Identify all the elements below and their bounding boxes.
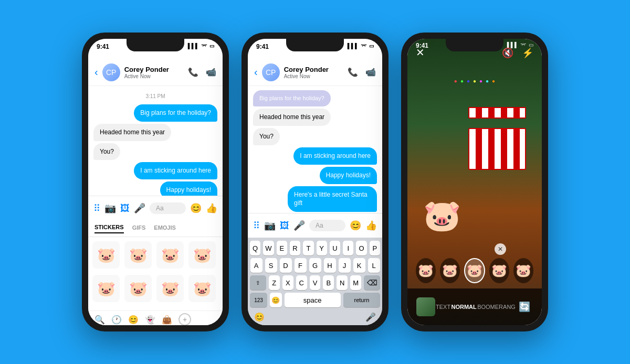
camera-compose-icon-1[interactable]: 📷 (104, 202, 116, 214)
camera-icon-2[interactable]: 📷 (264, 220, 276, 231)
key-B[interactable]: B (323, 275, 334, 290)
key-row-4: 123 😊 space return (250, 293, 380, 307)
camera-close-btn[interactable]: ✕ (416, 46, 425, 59)
sticker-grid: 🐷 🐷 🐷 🐷 🐷 🐷 🐷 🐷 (88, 237, 223, 311)
key-numbers[interactable]: 123 (250, 293, 267, 307)
mic-dictation-icon[interactable]: 🎤 (365, 312, 376, 322)
key-emoji[interactable]: 😊 (270, 293, 281, 307)
mic-icon-2[interactable]: 🎤 (293, 220, 305, 231)
key-A[interactable]: A (250, 258, 262, 273)
message-p2-6: Here's a little secret Santa gift (288, 186, 377, 212)
mute-icon[interactable]: 🔇 (502, 47, 513, 59)
sticker-1[interactable]: 🐷 (92, 241, 120, 269)
key-N[interactable]: N (337, 275, 348, 290)
ghost-icon[interactable]: 👻 (145, 315, 155, 325)
key-O[interactable]: O (356, 241, 366, 255)
camera-tab-normal[interactable]: NORMAL (452, 304, 477, 310)
camera-top-icons: 🔇 ⚡ (502, 47, 533, 59)
status-time-1: 9:41 (97, 43, 109, 50)
call-icon-2[interactable]: 📞 (348, 67, 358, 77)
tab-gifs[interactable]: GIFS (132, 224, 146, 233)
key-R[interactable]: R (290, 241, 300, 255)
back-button-1[interactable]: ‹ (94, 66, 98, 78)
key-C[interactable]: C (296, 275, 307, 290)
emoji-icon-1[interactable]: 😊 (190, 202, 202, 214)
ar-sticker-opt-3[interactable]: 🐷 (464, 258, 485, 283)
keyboard: Q W E R T Y U I O P A S D F G H J K L (248, 238, 382, 325)
compose-input-1[interactable]: Aa (150, 202, 186, 214)
key-row-2: A S D F G H J K L (250, 258, 380, 273)
key-Z[interactable]: Z (269, 275, 280, 290)
apps-icon-2[interactable]: ⠿ (253, 220, 260, 231)
key-E[interactable]: E (277, 241, 287, 255)
key-shift[interactable]: ⇧ (250, 275, 266, 290)
video-icon-1[interactable]: 📹 (206, 67, 216, 77)
recent-icon[interactable]: 🕐 (111, 315, 122, 325)
key-G[interactable]: G (309, 258, 321, 273)
sticker-8[interactable]: 🐷 (188, 275, 216, 302)
key-F[interactable]: F (295, 258, 307, 273)
tab-emojis[interactable]: EMOJIS (154, 224, 176, 233)
gallery-icon-1[interactable]: 🖼 (120, 203, 130, 214)
emoji-picker-icon[interactable]: 😊 (254, 312, 265, 322)
sticker-7[interactable]: 🐷 (156, 275, 184, 302)
key-row-1: Q W E R T Y U I O P (250, 241, 380, 255)
add-sticker-button[interactable]: + (178, 313, 191, 325)
search-icon[interactable]: 🔍 (94, 315, 105, 325)
key-P[interactable]: P (370, 241, 380, 255)
sticker-4[interactable]: 🐷 (188, 241, 216, 269)
like-icon-1[interactable]: 👍 (206, 202, 217, 214)
ar-close-button[interactable]: ✕ (495, 243, 506, 255)
gift-box (468, 107, 526, 170)
chat-header-1: ‹ CP Corey Ponder Active Now 📞 📹 (88, 59, 223, 86)
sticker-2[interactable]: 🐷 (124, 241, 152, 269)
ar-sticker-opt-5[interactable]: 🐷 (513, 258, 533, 283)
sticker-6[interactable]: 🐷 (124, 275, 152, 302)
key-L[interactable]: L (368, 258, 380, 273)
emoji-bottom-icon[interactable]: 😊 (128, 315, 139, 325)
video-icon-2[interactable]: 📹 (365, 67, 376, 77)
key-W[interactable]: W (263, 241, 274, 255)
like-icon-2[interactable]: 👍 (365, 220, 377, 231)
back-button-2[interactable]: ‹ (254, 66, 258, 78)
message-5: Happy holidays! (160, 181, 217, 196)
sticker-3[interactable]: 🐷 (156, 241, 184, 269)
bag-icon[interactable]: 👜 (162, 315, 172, 325)
camera-tab-text[interactable]: TEXT (436, 304, 450, 310)
compose-input-2[interactable]: Aa (309, 220, 345, 231)
key-J[interactable]: J (339, 258, 351, 273)
sticker-5[interactable]: 🐷 (92, 275, 120, 302)
key-K[interactable]: K (353, 258, 365, 273)
key-T[interactable]: T (303, 241, 313, 255)
key-I[interactable]: I (343, 241, 353, 255)
ar-sticker-opt-2[interactable]: 🐷 (440, 258, 460, 283)
key-M[interactable]: M (350, 275, 361, 290)
gallery-icon-2[interactable]: 🖼 (280, 220, 289, 231)
key-return[interactable]: return (343, 293, 380, 307)
apps-icon-1[interactable]: ⠿ (93, 202, 100, 214)
key-V[interactable]: V (310, 275, 321, 290)
ar-sticker-opt-4[interactable]: 🐷 (489, 258, 509, 283)
key-S[interactable]: S (265, 258, 277, 273)
key-space[interactable]: space (285, 293, 341, 307)
key-delete[interactable]: ⌫ (364, 275, 380, 290)
ar-sticker-opt-1[interactable]: 🐷 (416, 258, 436, 283)
gallery-thumbnail[interactable] (416, 297, 435, 316)
key-H[interactable]: H (324, 258, 336, 273)
call-icon-1[interactable]: 📞 (188, 67, 198, 77)
emoji-icon-2[interactable]: 😊 (350, 220, 361, 231)
flash-icon[interactable]: ⚡ (522, 47, 533, 59)
input-placeholder-2: Aa (316, 222, 323, 229)
message-2: Headed home this year (93, 124, 171, 141)
mic-icon-1[interactable]: 🎤 (134, 202, 145, 214)
camera-flip-icon[interactable]: 🔄 (516, 298, 533, 315)
tab-stickers[interactable]: STICKERS (94, 224, 124, 233)
key-Q[interactable]: Q (250, 241, 260, 255)
camera-bottom-bar: TEXT NORMAL BOOMERANG 🔄 (407, 288, 542, 325)
key-D[interactable]: D (280, 258, 292, 273)
key-X[interactable]: X (282, 275, 293, 290)
key-U[interactable]: U (330, 241, 340, 255)
key-Y[interactable]: Y (317, 241, 327, 255)
camera-tab-boomerang[interactable]: BOOMERANG (477, 304, 516, 310)
message-p2-2: Headed home this year (253, 109, 331, 126)
